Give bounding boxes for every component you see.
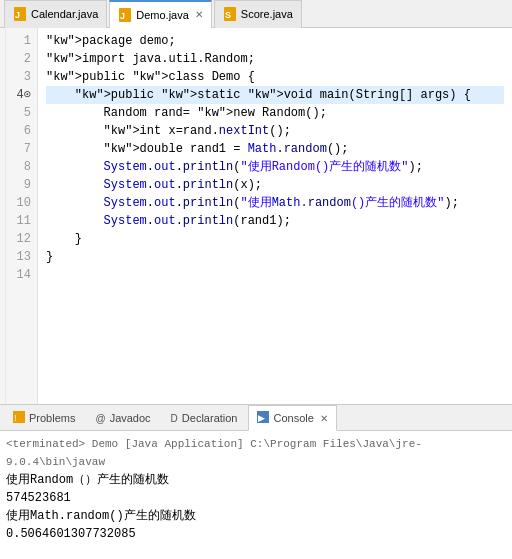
bottom-tab-icon-declaration: D (171, 413, 178, 424)
tab-label-demo: Demo.java (136, 9, 189, 21)
code-line-10: System.out.println("使用Math.random()产生的随机… (46, 194, 504, 212)
svg-text:!: ! (14, 413, 17, 423)
tab-label-calendar: Calendar.java (31, 8, 98, 20)
line-num-1: 1 (10, 32, 31, 50)
bottom-tab-javadoc[interactable]: @Javadoc (86, 405, 159, 431)
code-line-12: } (46, 230, 504, 248)
editor-area: 1234⊙567891011121314 "kw">package demo;"… (0, 28, 512, 404)
code-line-11: System.out.println(rand1); (46, 212, 504, 230)
line-num-2: 2 (10, 50, 31, 68)
code-line-5: Random rand= "kw">new Random(); (46, 104, 504, 122)
bottom-tab-declaration[interactable]: DDeclaration (162, 405, 247, 431)
tab-icon-score: S (223, 7, 237, 21)
bottom-tab-label-declaration: Declaration (182, 412, 238, 424)
svg-text:▶: ▶ (258, 413, 265, 423)
tab-calendar[interactable]: JCalendar.java (4, 0, 107, 28)
bottom-tab-icon-javadoc: @ (95, 413, 105, 424)
tab-icon-demo: J (118, 8, 132, 22)
bottom-tab-bar: !Problems@JavadocDDeclaration▶Console✕ (0, 405, 512, 431)
line-num-7: 7 (10, 140, 31, 158)
line-num-5: 5 (10, 104, 31, 122)
console-line: 574523681 (6, 489, 506, 507)
line-num-12: 12 (10, 230, 31, 248)
code-line-6: "kw">int x=rand.nextInt(); (46, 122, 504, 140)
code-line-3: "kw">public "kw">class Demo { (46, 68, 504, 86)
bottom-tab-icon-console: ▶ (257, 411, 269, 425)
tab-score[interactable]: SScore.java (214, 0, 302, 28)
tab-icon-calendar: J (13, 7, 27, 21)
bottom-tab-label-problems: Problems (29, 412, 75, 424)
bottom-tab-problems[interactable]: !Problems (4, 405, 84, 431)
line-num-8: 8 (10, 158, 31, 176)
code-line-13: } (46, 248, 504, 266)
bottom-tab-console[interactable]: ▶Console✕ (248, 405, 336, 431)
svg-text:S: S (225, 10, 231, 20)
console-output: <terminated> Demo [Java Application] C:\… (0, 431, 512, 559)
console-line: 0.5064601307732085 (6, 525, 506, 543)
line-num-4: 4⊙ (10, 86, 31, 104)
line-num-11: 11 (10, 212, 31, 230)
tab-close-demo[interactable]: ✕ (195, 9, 203, 20)
line-num-9: 9 (10, 176, 31, 194)
tab-demo[interactable]: JDemo.java✕ (109, 0, 212, 28)
code-line-14 (46, 266, 504, 284)
line-num-3: 3 (10, 68, 31, 86)
console-line: 使用Random（）产生的随机数 (6, 471, 506, 489)
bottom-tab-icon-problems: ! (13, 411, 25, 425)
line-num-14: 14 (10, 266, 31, 284)
code-line-1: "kw">package demo; (46, 32, 504, 50)
line-num-6: 6 (10, 122, 31, 140)
svg-text:J: J (120, 11, 125, 21)
bottom-tab-label-javadoc: Javadoc (110, 412, 151, 424)
svg-text:J: J (15, 10, 20, 20)
console-header: <terminated> Demo [Java Application] C:\… (6, 435, 506, 471)
editor-tab-bar: JCalendar.javaJDemo.java✕SScore.java (0, 0, 512, 28)
code-editor[interactable]: "kw">package demo;"kw">import java.util.… (38, 28, 512, 404)
code-line-2: "kw">import java.util.Random; (46, 50, 504, 68)
bottom-panel: !Problems@JavadocDDeclaration▶Console✕ <… (0, 404, 512, 559)
code-line-8: System.out.println("使用Random()产生的随机数"); (46, 158, 504, 176)
bottom-tab-close-console[interactable]: ✕ (320, 413, 328, 424)
line-num-10: 10 (10, 194, 31, 212)
line-numbers: 1234⊙567891011121314 (6, 28, 38, 404)
console-line: 使用Math.random()产生的随机数 (6, 507, 506, 525)
bottom-tab-label-console: Console (273, 412, 313, 424)
tab-label-score: Score.java (241, 8, 293, 20)
line-num-13: 13 (10, 248, 31, 266)
code-line-4: "kw">public "kw">static "kw">void main(S… (46, 86, 504, 104)
code-line-7: "kw">double rand1 = Math.random(); (46, 140, 504, 158)
code-line-9: System.out.println(x); (46, 176, 504, 194)
